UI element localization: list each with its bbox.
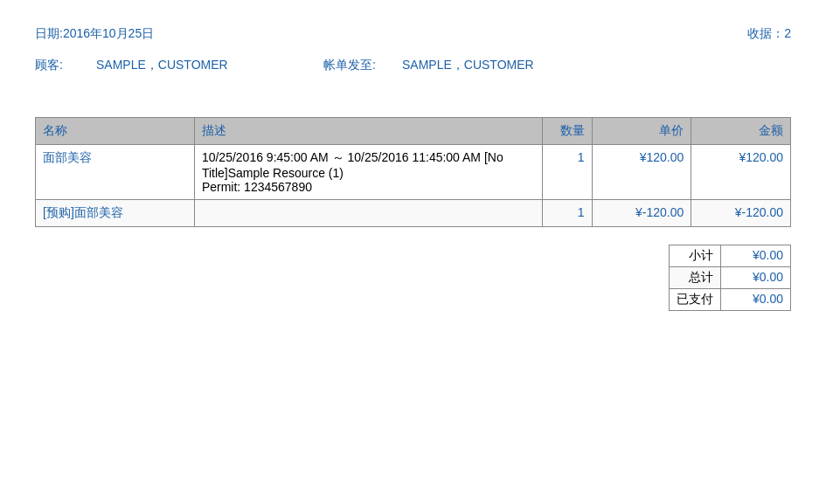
total-value: ¥0.00 [721, 267, 791, 289]
customer-label: 顾客: [35, 58, 87, 73]
cell-unit: ¥-120.00 [592, 200, 691, 227]
cell-name: 面部美容 [36, 145, 195, 200]
table-column-labels: 名称 描述 数量 单价 金额 [36, 118, 791, 145]
cell-desc [194, 200, 542, 227]
cell-qty: 1 [542, 145, 592, 200]
subtotal-value: ¥0.00 [721, 245, 791, 267]
bill-label: 帐单发至: [323, 58, 393, 73]
col-header-desc: 描述 [194, 118, 542, 145]
col-header-qty: 数量 [542, 118, 592, 145]
header-receipt: 收据：2 [747, 26, 791, 42]
customer-row: 顾客: SAMPLE，CUSTOMER 帐单发至: SAMPLE，CUSTOME… [35, 58, 791, 73]
cell-amount: ¥-120.00 [691, 200, 791, 227]
totals-section: 小计 ¥0.00 总计 ¥0.00 已支付 ¥0.00 [35, 245, 791, 328]
table-row: 面部美容10/25/2016 9:45:00 AM ～ 10/25/2016 1… [36, 145, 791, 200]
total-label: 总计 [670, 267, 721, 289]
cell-name: [预购]面部美容 [36, 200, 195, 227]
paid-value: ¥0.00 [721, 289, 791, 311]
customer-value: SAMPLE，CUSTOMER [96, 58, 271, 73]
col-header-name: 名称 [36, 118, 195, 145]
total-row: 总计 ¥0.00 [670, 267, 791, 289]
subtotal-row: 小计 ¥0.00 [670, 245, 791, 267]
cell-unit: ¥120.00 [592, 145, 691, 200]
cell-desc: 10/25/2016 9:45:00 AM ～ 10/25/2016 11:45… [194, 145, 542, 200]
bill-value: SAMPLE，CUSTOMER [402, 58, 534, 73]
totals-table: 小计 ¥0.00 总计 ¥0.00 已支付 ¥0.00 [669, 245, 791, 311]
paid-row: 已支付 ¥0.00 [670, 289, 791, 311]
header-row: 日期:2016年10月25日 收据：2 [35, 26, 791, 42]
subtotal-label: 小计 [670, 245, 721, 267]
col-header-amount: 金额 [691, 118, 791, 145]
col-header-unit: 单价 [592, 118, 691, 145]
cell-qty: 1 [542, 200, 592, 227]
header-date: 日期:2016年10月25日 [35, 26, 154, 42]
paid-label: 已支付 [670, 289, 721, 311]
invoice-table: 名称 描述 数量 单价 金额 面部美容10/25/2016 9:45:00 AM… [35, 117, 791, 227]
table-body: 面部美容10/25/2016 9:45:00 AM ～ 10/25/2016 1… [36, 145, 791, 227]
table-row: [预购]面部美容1¥-120.00¥-120.00 [36, 200, 791, 227]
cell-amount: ¥120.00 [691, 145, 791, 200]
